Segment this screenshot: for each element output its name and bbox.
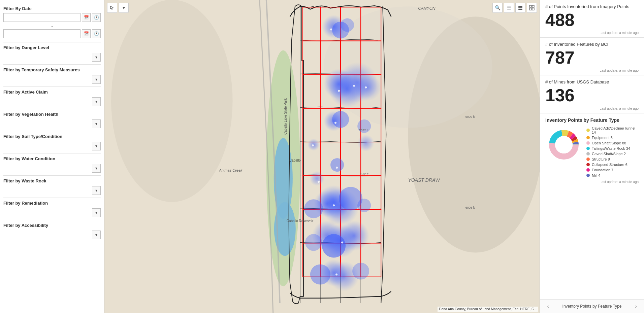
date-to-calendar-btn[interactable]: 📅: [82, 29, 91, 38]
left-filter-panel: Filter By Date 📅 🕐 - 📅 🕐 Filter by Dange…: [0, 0, 104, 313]
chart-nav-next[interactable]: ›: [632, 302, 640, 310]
svg-point-74: [352, 263, 369, 279]
svg-point-78: [365, 86, 367, 89]
svg-point-81: [336, 167, 338, 169]
svg-point-57: [357, 135, 374, 151]
chart-nav: ‹ Inventory Points by Feature Type ›: [540, 299, 644, 313]
stat-bci-value: 787: [545, 48, 639, 67]
legend-label-collapsed-structure: Collapsed Structure 6: [592, 163, 627, 167]
date-from-input[interactable]: [3, 13, 80, 22]
svg-text:Animas Creek: Animas Creek: [219, 168, 243, 172]
svg-point-80: [312, 144, 314, 146]
filter-waste-label: Filter by Waste Rock: [3, 178, 101, 183]
filter-remediation-label: Filter by Remediation: [3, 201, 101, 206]
legend-label-structure: Structure 9: [592, 157, 610, 161]
filter-accessibility-section: Filter by Accessibility ▾: [3, 220, 101, 242]
legend-item-caved-shaft: Caved Shaft/Slope 2: [586, 152, 639, 156]
donut-chart: [545, 126, 582, 163]
date-to-clock-btn[interactable]: 🕐: [92, 29, 101, 38]
legend-item-tailings-waste: Tailings/Waste Rock 34: [586, 146, 639, 150]
filter-accessibility-dropdown[interactable]: ▾: [92, 231, 101, 239]
date-separator: -: [3, 23, 101, 29]
legend-label-foundation: Foundation 7: [592, 168, 613, 172]
svg-point-77: [353, 85, 355, 87]
svg-rect-3: [529, 5, 532, 7]
filter-danger-dropdown[interactable]: ▾: [92, 53, 101, 62]
select-tool-btn[interactable]: [107, 3, 117, 13]
svg-point-65: [357, 199, 371, 212]
filter-claim-dropdown[interactable]: ▾: [92, 97, 101, 106]
svg-point-8: [111, 0, 233, 202]
svg-rect-2: [518, 9, 522, 10]
svg-rect-1: [518, 7, 522, 8]
stat-bci-title: # of Inventoried Features by BCI: [545, 42, 639, 47]
legend-label-mill: Mill 4: [592, 173, 601, 177]
date-from-clock-btn[interactable]: 🕐: [92, 13, 101, 22]
svg-text:CANYON: CANYON: [418, 6, 436, 11]
svg-point-54: [332, 111, 349, 128]
stat-usgs-title: # of Mines from USGS Database: [545, 79, 639, 84]
svg-text:Caballo Lake State Park: Caballo Lake State Park: [284, 98, 287, 135]
legend-label-equipment: Equipment 5: [592, 136, 613, 140]
stat-bci-update: Last update: a minute ago: [545, 69, 639, 72]
map-search-btn[interactable]: 🔍: [492, 3, 503, 13]
filter-accessibility-label: Filter by Accessibility: [3, 223, 101, 228]
filter-danger-label: Filter by Danger Level: [3, 45, 101, 50]
legend-label-open-shaft: Open Shaft/Slope 88: [592, 141, 626, 145]
filter-water-dropdown[interactable]: ▾: [92, 164, 101, 173]
legend-label-caved-adit: Caved Adit/Decline/Tunnel 14: [592, 126, 639, 134]
chart-nav-prev[interactable]: ‹: [544, 302, 552, 310]
stat-usgs-value: 136: [545, 86, 639, 105]
date-to-row: 📅 🕐: [3, 29, 101, 38]
date-to-input[interactable]: [3, 29, 80, 38]
svg-point-82: [318, 181, 320, 183]
filter-vegetation-dropdown[interactable]: ▾: [92, 119, 101, 128]
filter-waste-dropdown[interactable]: ▾: [92, 186, 101, 195]
svg-point-79: [334, 122, 336, 124]
chart-legend: Caved Adit/Decline/Tunnel 14 Equipment 5…: [586, 126, 639, 177]
svg-text:6005 ft: 6005 ft: [465, 206, 475, 209]
filter-remediation-section: Filter by Remediation ▾: [3, 198, 101, 220]
legend-dot-mill: [586, 174, 590, 177]
svg-point-75: [330, 28, 332, 30]
map-list-btn[interactable]: ☰: [504, 3, 514, 13]
legend-item-equipment: Equipment 5: [586, 136, 639, 140]
filter-vegetation-section: Filter by Vegetation Health ▾: [3, 109, 101, 131]
svg-point-105: [555, 136, 573, 153]
date-from-calendar-btn[interactable]: 📅: [82, 13, 91, 22]
legend-dot-open-shaft: [586, 141, 590, 145]
legend-dot-caved-shaft: [586, 152, 590, 155]
filter-vegetation-label: Filter by Vegetation Health: [3, 112, 101, 117]
legend-dot-collapsed-structure: [586, 163, 590, 166]
stat-imagery-update: Last update: a minute ago: [545, 31, 639, 35]
map-svg[interactable]: Caballo Lake State Park Caballo Caballo …: [104, 0, 540, 313]
map-grid-btn[interactable]: [527, 3, 537, 13]
legend-item-caved-adit: Caved Adit/Decline/Tunnel 14: [586, 126, 639, 134]
filter-water-section: Filter by Water Condition ▾: [3, 153, 101, 176]
filter-date-section: Filter By Date 📅 🕐 - 📅 🕐: [3, 3, 101, 42]
svg-point-70: [305, 234, 322, 251]
chart-section: Inventory Points by Feature Type: [540, 113, 644, 299]
legend-label-caved-shaft: Caved Shaft/Slope 2: [592, 152, 626, 156]
map-toolbar-left: ▾: [107, 3, 129, 13]
map-area[interactable]: ▾ 🔍 ☰: [104, 0, 540, 313]
map-dropdown-btn[interactable]: ▾: [119, 3, 129, 13]
svg-point-58: [330, 158, 344, 172]
stat-card-usgs: # of Mines from USGS Database 136 Last u…: [540, 75, 644, 113]
svg-point-69: [322, 234, 346, 257]
svg-text:Caballo Reservoir: Caballo Reservoir: [287, 219, 314, 223]
filter-soil-dropdown[interactable]: ▾: [92, 142, 101, 150]
filter-date-label: Filter By Date: [3, 6, 101, 11]
svg-text:7572 ft: 7572 ft: [359, 172, 368, 176]
filter-safety-dropdown[interactable]: ▾: [92, 75, 101, 84]
filter-remediation-dropdown[interactable]: ▾: [92, 208, 101, 217]
legend-dot-foundation: [586, 168, 590, 172]
legend-dot-equipment: [586, 136, 590, 139]
legend-item-structure: Structure 9: [586, 157, 639, 161]
svg-point-59: [310, 171, 324, 186]
filter-soil-label: Filter by Soil Type/Condition: [3, 134, 101, 139]
filter-waste-section: Filter by Waste Rock ▾: [3, 176, 101, 198]
svg-point-52: [354, 74, 381, 101]
svg-point-64: [304, 199, 323, 218]
map-layers-btn[interactable]: [515, 3, 525, 13]
